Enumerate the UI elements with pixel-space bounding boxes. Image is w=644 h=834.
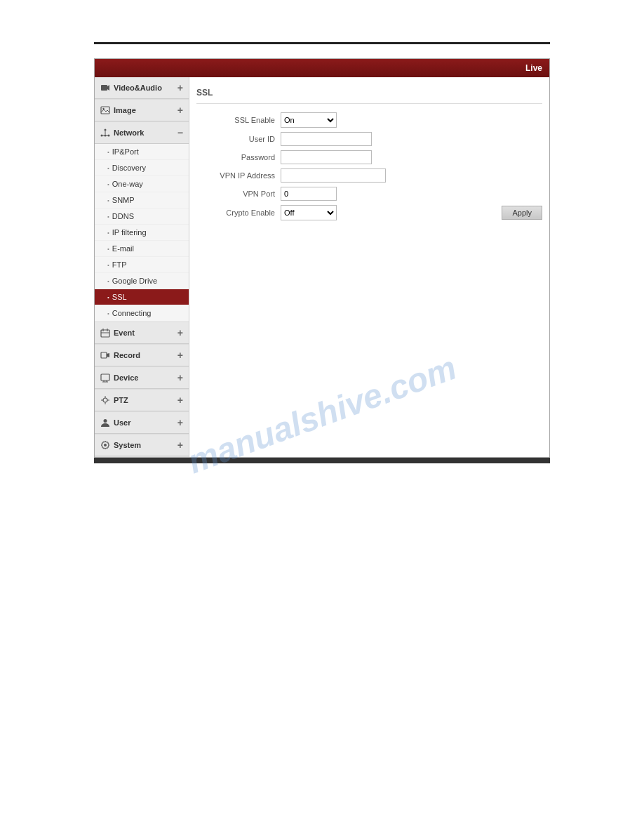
svg-marker-1 [107,85,109,91]
sidebar-item-event[interactable]: Event + [95,322,189,344]
label-vpn-ip: VPN IP Address [196,171,281,180]
svg-marker-16 [107,353,109,357]
sidebar-item-ptz[interactable]: PTZ + [95,390,189,411]
sidebar-label-network: Network [114,128,144,137]
label-user-id: User ID [196,135,281,143]
sidebar-section-network: Network − • IP&Port • Discovery [95,122,189,322]
sidebar-label-device: Device [114,373,138,382]
form-row-password: Password [196,150,542,164]
sidebar-item-video-audio[interactable]: Video&Audio + [95,77,189,99]
sidebar-label-ptz: PTZ [114,396,128,404]
live-label: Live [525,63,542,73]
event-icon [100,328,110,338]
input-vpn-port[interactable] [281,187,337,201]
input-password[interactable] [281,150,372,164]
sidebar-subitem-ddns[interactable]: • DDNS [95,208,189,225]
label-password: Password [196,153,281,161]
sidebar-toggle-user[interactable]: + [177,417,183,428]
sidebar-toggle-image[interactable]: + [177,105,183,116]
sidebar: Video&Audio + [95,77,189,457]
image-icon [100,105,110,115]
sidebar-section-video-audio: Video&Audio + [95,77,189,100]
sidebar-subitem-ip-port[interactable]: • IP&Port [95,144,189,160]
label-vpn-port: VPN Port [196,190,281,198]
app-container: Live Video&Audio [94,58,550,458]
sidebar-label-record: Record [114,351,140,359]
sidebar-toggle-record[interactable]: + [177,350,183,361]
sidebar-toggle-ptz[interactable]: + [177,395,183,406]
svg-point-27 [104,444,107,446]
label-crypto-enable: Crypto Enable [196,208,281,217]
system-icon [100,440,110,450]
main-layout: Video&Audio + [95,77,549,457]
sidebar-toggle-network[interactable]: − [177,127,183,138]
sidebar-subitem-ssl[interactable]: • SSL [95,289,189,305]
sidebar-section-system: System + [95,435,189,457]
svg-rect-15 [101,352,107,358]
sidebar-item-record[interactable]: Record + [95,345,189,366]
content-area: SSL SSL Enable On Off [189,77,549,457]
sidebar-section-record: Record + [95,345,189,367]
sidebar-toggle-system[interactable]: + [177,439,183,451]
select-ssl-enable[interactable]: On Off [281,112,337,128]
sidebar-section-event: Event + [95,322,189,345]
sidebar-label-image: Image [114,106,136,114]
svg-point-26 [104,419,107,423]
sidebar-subitem-ftp[interactable]: • FTP [95,257,189,273]
svg-point-4 [105,129,107,131]
user-icon [100,418,110,428]
input-vpn-ip[interactable] [281,168,386,183]
sidebar-subitem-snmp[interactable]: • SNMP [95,192,189,208]
sidebar-section-image: Image + [95,100,189,122]
sidebar-label-system: System [114,441,141,449]
sidebar-item-user[interactable]: User + [95,412,189,434]
sidebar-subitem-google-drive[interactable]: • Google Drive [95,273,189,289]
sidebar-label-event: Event [114,329,135,337]
form-row-ssl-enable: SSL Enable On Off [196,112,542,128]
sidebar-toggle-video-audio[interactable]: + [177,82,183,93]
sidebar-section-device: Device + [95,367,189,390]
device-icon [100,373,110,383]
record-icon [100,350,110,360]
svg-rect-0 [101,85,107,91]
sidebar-label-video-audio: Video&Audio [114,84,162,92]
section-title: SSL [196,84,542,104]
sidebar-toggle-device[interactable]: + [177,372,183,383]
sidebar-toggle-event[interactable]: + [177,327,183,338]
sidebar-subitem-ip-filtering[interactable]: • IP filtering [95,225,189,241]
bottom-bar [94,458,550,463]
sidebar-label-user: User [114,418,130,427]
svg-rect-17 [101,374,109,380]
sidebar-item-network[interactable]: Network − [95,122,189,144]
sidebar-subitem-connecting[interactable]: • Connecting [95,305,189,322]
svg-point-21 [103,398,107,402]
form-row-vpn-port: VPN Port [196,187,542,201]
form-row-user-id: User ID [196,132,542,146]
sidebar-section-user: User + [95,412,189,435]
sidebar-item-image[interactable]: Image + [95,100,189,121]
apply-button[interactable]: Apply [502,206,542,220]
sidebar-subitem-one-way[interactable]: • One-way [95,176,189,192]
top-divider [94,42,550,44]
sidebar-subitem-discovery[interactable]: • Discovery [95,160,189,176]
ptz-icon [100,395,110,405]
select-crypto-enable[interactable]: Off On [281,205,337,220]
input-user-id[interactable] [281,132,372,146]
header-bar: Live [95,59,549,77]
svg-rect-2 [101,107,109,114]
form-row-vpn-ip: VPN IP Address [196,168,542,183]
form-row-crypto: Crypto Enable Off On Apply [196,205,542,220]
label-ssl-enable: SSL Enable [196,116,281,124]
video-icon [100,83,110,93]
sidebar-section-ptz: PTZ + [95,390,189,412]
svg-rect-11 [101,330,109,337]
sidebar-subitem-email[interactable]: • E-mail [95,241,189,257]
sidebar-item-system[interactable]: System + [95,435,189,456]
sidebar-item-device[interactable]: Device + [95,367,189,389]
network-icon [100,128,110,138]
